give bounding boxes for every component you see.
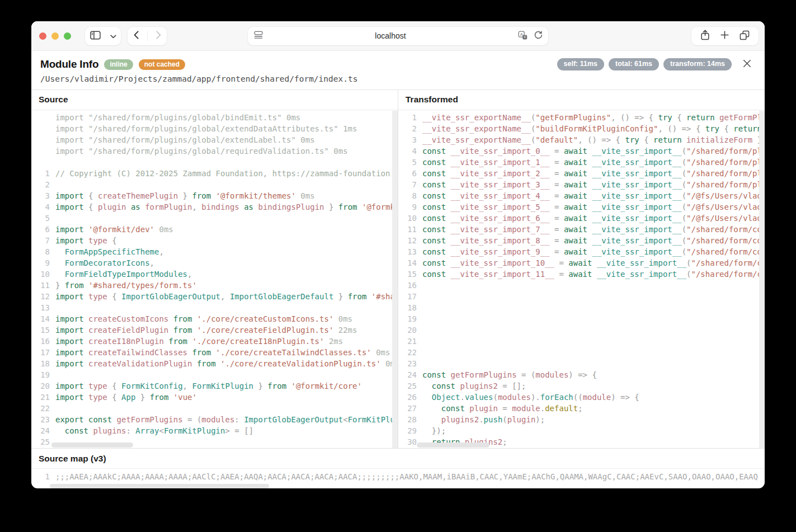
forward-button[interactable] bbox=[153, 31, 164, 41]
code-token: , bbox=[159, 247, 163, 256]
code-token: FormDecoratorIcons bbox=[55, 258, 150, 267]
code-text: import type { ImportGlobEagerOutput, Imp… bbox=[55, 291, 398, 302]
line-number: 3 bbox=[31, 190, 55, 201]
code-token: import bbox=[55, 225, 84, 234]
sidebar-toggle-button[interactable] bbox=[87, 31, 104, 41]
code-token: __vite_ssr_import_8__ bbox=[446, 236, 549, 245]
code-token: __vite_ssr_import__ bbox=[597, 270, 686, 279]
code-line: 3import { createThemePlugin } from '@for… bbox=[31, 190, 398, 201]
module-info-header: Module Info inline not cached self: 11ms… bbox=[31, 51, 765, 90]
code-token: import "/shared/form/plugins/global/exte… bbox=[55, 124, 357, 133]
code-token: = bbox=[550, 147, 564, 156]
code-token: ( bbox=[493, 393, 497, 402]
code-token: } bbox=[178, 191, 192, 200]
code-token: ) => { bbox=[611, 393, 639, 402]
line-number bbox=[31, 134, 55, 145]
code-token: from bbox=[267, 382, 286, 390]
line-number: 24 bbox=[31, 425, 55, 436]
code-text: // Copyright (C) 2012-2025 Zammad Founda… bbox=[55, 168, 398, 179]
code-token: "/shared/form/plugins/global/bindEmit.ts… bbox=[686, 147, 765, 156]
code-token: = bbox=[550, 180, 564, 189]
code-token: await bbox=[564, 169, 587, 178]
code-line: 19 bbox=[398, 313, 765, 324]
new-tab-button[interactable] bbox=[717, 31, 732, 41]
line-number: 7 bbox=[398, 179, 422, 190]
code-token: . bbox=[479, 415, 483, 424]
zoom-window-button[interactable] bbox=[64, 32, 71, 40]
line-number: 23 bbox=[398, 358, 422, 369]
code-token bbox=[216, 359, 220, 368]
code-token bbox=[192, 314, 196, 323]
code-text: __vite_ssr_exportName__("getFormPlugins"… bbox=[422, 112, 765, 123]
code-token: ); bbox=[535, 415, 545, 424]
code-token: import bbox=[55, 382, 84, 390]
code-line: 22 bbox=[31, 403, 398, 414]
code-token: const bbox=[422, 258, 446, 267]
share-icon bbox=[700, 30, 710, 42]
reload-button[interactable] bbox=[531, 31, 548, 41]
line-number: 18 bbox=[398, 302, 422, 313]
code-token: plugins bbox=[88, 426, 126, 435]
back-button[interactable] bbox=[130, 31, 142, 41]
code-token: const bbox=[422, 158, 446, 167]
code-text: import "/shared/form/plugins/global/exte… bbox=[55, 134, 315, 145]
close-window-button[interactable] bbox=[39, 32, 46, 40]
code-line: 24 const plugins: Array<FormKitPlugin> =… bbox=[31, 425, 398, 436]
sidebar-options-button[interactable] bbox=[107, 32, 120, 40]
code-line: import "/shared/form/plugins/global/bind… bbox=[31, 112, 398, 123]
source-vertical-scrollbar[interactable] bbox=[392, 111, 398, 448]
share-button[interactable] bbox=[697, 30, 713, 42]
code-token: await bbox=[564, 214, 587, 223]
code-token: modules bbox=[201, 415, 234, 424]
translate-button[interactable]: A x bbox=[515, 31, 531, 41]
chevron-right-icon bbox=[156, 31, 161, 41]
close-button[interactable] bbox=[742, 58, 752, 70]
tab-overview-button[interactable] bbox=[736, 30, 753, 42]
code-token: } bbox=[253, 382, 267, 390]
code-text: import '@formkit/dev' 0ms bbox=[55, 224, 173, 235]
code-token: await bbox=[568, 270, 592, 279]
code-token: __vite_ssr_import__ bbox=[592, 225, 681, 234]
code-line: 20 bbox=[398, 324, 765, 336]
address-bar[interactable]: localhost A x bbox=[248, 27, 548, 45]
sourcemap-line: 1 ;;;AAEA;AAAkC;AAAA;AAAA;AAAA;AAClC;AAE… bbox=[31, 468, 765, 481]
code-token: getFormPlugins bbox=[719, 113, 765, 122]
minimize-window-button[interactable] bbox=[51, 32, 59, 40]
code-token: > = [] bbox=[225, 426, 253, 435]
code-token: = bbox=[554, 270, 568, 279]
code-token: initializeForm bbox=[686, 135, 752, 144]
code-token: as bbox=[239, 203, 258, 211]
code-line: 17import createTailwindClasses from './c… bbox=[31, 347, 398, 358]
code-token: , bbox=[187, 270, 192, 279]
sourcemap-horizontal-scrollbar[interactable] bbox=[50, 484, 269, 488]
code-text: const plugins2 = []; bbox=[422, 380, 526, 392]
code-token: default bbox=[545, 404, 578, 413]
transformed-horizontal-scrollbar[interactable] bbox=[417, 442, 489, 448]
code-token: await bbox=[564, 158, 587, 167]
code-token: './core/createFieldPlugin.ts' bbox=[197, 326, 333, 335]
code-token: = bbox=[550, 191, 564, 200]
code-token: __vite_ssr_import_11__ bbox=[446, 270, 554, 279]
code-token: (( bbox=[573, 393, 583, 402]
source-horizontal-scrollbar[interactable] bbox=[51, 442, 133, 448]
code-text: import createCustomIcons from './core/cr… bbox=[55, 313, 352, 324]
line-number: 17 bbox=[31, 347, 55, 358]
code-token: await bbox=[564, 203, 587, 211]
code-token: = bbox=[550, 158, 564, 167]
code-token: createI18nPlugin bbox=[84, 337, 169, 346]
reader-view-button[interactable] bbox=[248, 31, 266, 41]
code-token: module bbox=[583, 393, 611, 402]
code-token: __vite_ssr_import_0__ bbox=[446, 147, 549, 156]
sourcemap-line-number: 1 bbox=[31, 471, 55, 481]
code-line: 11} from '#shared/types/form.ts' bbox=[31, 280, 398, 291]
code-token: try bbox=[658, 113, 672, 122]
timing-badge-self: self: 11ms bbox=[557, 58, 604, 70]
transformed-vertical-scrollbar[interactable] bbox=[759, 111, 765, 448]
code-token: type bbox=[84, 236, 107, 245]
code-text: FormFieldTypeImportModules, bbox=[55, 269, 192, 280]
code-token: from bbox=[192, 191, 211, 200]
code-token: export bbox=[55, 415, 84, 424]
code-token: { bbox=[107, 382, 121, 390]
tabs-icon bbox=[740, 30, 750, 42]
code-token bbox=[592, 270, 596, 279]
